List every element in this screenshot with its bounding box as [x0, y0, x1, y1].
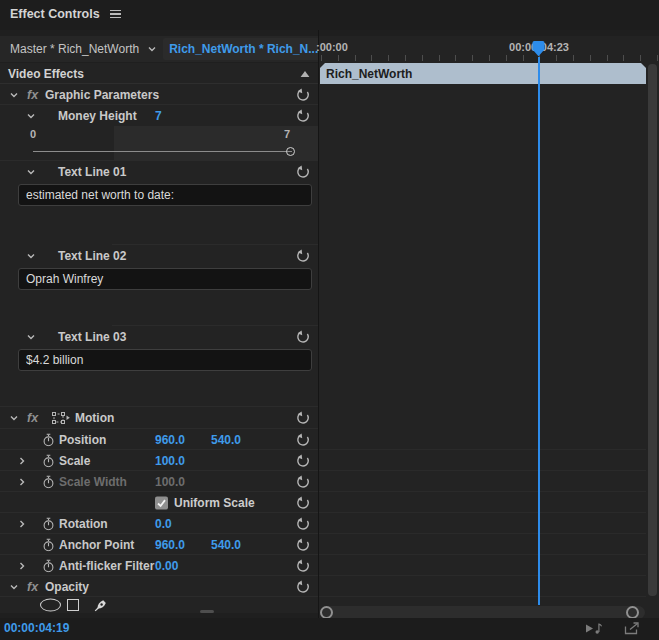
param-value[interactable]: 0.00	[155, 559, 178, 573]
param-row-scale-width: Scale Width 100.0	[0, 471, 318, 492]
param-row-anchor-point: Anchor Point 960.0 540.0	[0, 534, 318, 555]
chevron-right-icon[interactable]	[17, 456, 27, 466]
pen-mask-icon[interactable]	[93, 598, 110, 613]
reset-icon[interactable]	[296, 433, 310, 447]
playhead-line[interactable]	[538, 57, 540, 605]
param-label: Rotation	[59, 517, 108, 531]
ellipse-mask-icon[interactable]	[40, 599, 61, 612]
effect-name: Motion	[75, 411, 114, 425]
playhead-handle[interactable]	[531, 41, 546, 57]
checkbox-label: Uniform Scale	[174, 496, 255, 510]
effect-name: Graphic Parameters	[45, 88, 159, 102]
master-clip-label[interactable]: Master * Rich_NetWorth	[10, 42, 139, 56]
chevron-right-icon	[17, 477, 27, 487]
chevron-down-icon[interactable]	[147, 44, 157, 54]
chevron-down-icon[interactable]	[26, 251, 36, 261]
text-line-03-input[interactable]	[18, 349, 312, 371]
param-value-x[interactable]: 960.0	[155, 433, 185, 447]
slider-handle[interactable]	[286, 147, 295, 156]
active-clip-tab[interactable]: Rich_NetWorth * Rich_N...	[163, 38, 324, 60]
slider-max-label: 7	[284, 128, 290, 140]
param-value-x[interactable]: 960.0	[155, 538, 185, 552]
param-row-uniform-scale: Uniform Scale	[0, 492, 318, 513]
vertical-scrollbar[interactable]	[648, 64, 657, 596]
param-value-y[interactable]: 540.0	[211, 433, 241, 447]
reset-icon[interactable]	[296, 165, 310, 179]
param-row-anti-flicker: Anti-flicker Filter 0.00	[0, 555, 318, 576]
reset-icon[interactable]	[296, 109, 310, 123]
panel-title: Effect Controls	[10, 7, 100, 21]
collapse-triangle-icon[interactable]	[300, 67, 310, 81]
fx-badge-icon[interactable]: fx	[27, 411, 38, 425]
current-timecode[interactable]: 00:00:04:19	[4, 621, 69, 635]
chevron-right-icon[interactable]	[17, 561, 27, 571]
time-ruler[interactable]: :00:00 00:00:04:23	[319, 36, 659, 62]
spacer	[0, 291, 318, 326]
play-audio-icon[interactable]	[584, 622, 604, 635]
param-row-text-line-02: Text Line 02	[0, 245, 318, 266]
effect-row-graphic-parameters: fx Graphic Parameters	[0, 84, 318, 105]
reset-icon[interactable]	[296, 496, 310, 510]
param-label: Position	[59, 433, 106, 447]
param-label: Money Height	[58, 109, 137, 123]
panel-menu-icon[interactable]	[110, 8, 121, 21]
slider-track[interactable]	[33, 151, 292, 152]
param-value[interactable]: 0.0	[155, 517, 172, 531]
text-line-01-input[interactable]	[18, 184, 312, 206]
clip-bar[interactable]: Rich_NetWorth	[320, 63, 646, 84]
param-value-y[interactable]: 540.0	[211, 538, 241, 552]
reset-icon[interactable]	[296, 454, 310, 468]
effect-controls-list: Video Effects fx Graphic Parameters Mone…	[0, 63, 318, 613]
effect-controls-tab[interactable]: Effect Controls	[10, 7, 121, 21]
effect-controls-timeline: :00:00 00:00:04:23 Rich_NetWorth	[319, 36, 659, 618]
ruler-ticks	[321, 55, 659, 61]
uniform-scale-checkbox[interactable]	[155, 496, 168, 509]
param-label: Text Line 02	[58, 249, 126, 263]
stopwatch-icon[interactable]	[42, 517, 55, 530]
stopwatch-icon	[42, 475, 55, 488]
chevron-down-icon[interactable]	[9, 413, 19, 423]
param-value[interactable]: 7	[155, 109, 162, 123]
rectangle-mask-icon[interactable]	[67, 599, 79, 611]
left-panel-scrollbar[interactable]	[200, 610, 214, 613]
reset-icon[interactable]	[296, 249, 310, 263]
ruler-start-label: :00:00	[316, 41, 348, 53]
slider-min-label: 0	[30, 128, 36, 140]
reset-icon[interactable]	[296, 88, 310, 102]
stopwatch-icon[interactable]	[42, 559, 55, 572]
stopwatch-icon[interactable]	[42, 454, 55, 467]
effect-name: Opacity	[45, 580, 89, 594]
param-value[interactable]: 100.0	[155, 454, 185, 468]
chevron-down-icon[interactable]	[9, 90, 19, 100]
param-row-position: Position 960.0 540.0	[0, 429, 318, 450]
param-row-scale: Scale 100.0	[0, 450, 318, 471]
export-frame-icon[interactable]	[624, 622, 640, 635]
fx-badge-icon[interactable]: fx	[27, 580, 38, 594]
param-label: Text Line 01	[58, 165, 126, 179]
chevron-down-icon[interactable]	[26, 111, 36, 121]
stopwatch-icon[interactable]	[42, 538, 55, 551]
reset-icon[interactable]	[296, 580, 310, 594]
text-input-wrap	[0, 266, 318, 291]
reset-icon[interactable]	[296, 411, 310, 425]
param-label: Anchor Point	[59, 538, 134, 552]
param-row-text-line-03: Text Line 03	[0, 326, 318, 347]
text-line-02-input[interactable]	[18, 268, 312, 290]
chevron-down-icon[interactable]	[26, 332, 36, 342]
chevron-down-icon[interactable]	[26, 167, 36, 177]
clip-selector-strip: Master * Rich_NetWorth Rich_NetWorth * R…	[0, 36, 318, 62]
reset-icon[interactable]	[296, 517, 310, 531]
text-input-wrap	[0, 347, 318, 372]
timeline-row-lines	[319, 429, 646, 605]
reset-icon[interactable]	[296, 538, 310, 552]
fx-badge-icon[interactable]: fx	[27, 88, 38, 102]
chevron-right-icon[interactable]	[17, 519, 27, 529]
reset-icon[interactable]	[296, 475, 310, 489]
panel-tab-bar: Effect Controls	[0, 0, 659, 30]
reset-icon[interactable]	[296, 559, 310, 573]
reset-icon[interactable]	[296, 330, 310, 344]
stopwatch-icon[interactable]	[42, 433, 55, 446]
transform-icon	[52, 412, 70, 424]
money-height-slider: 0 7	[0, 126, 318, 161]
chevron-down-icon[interactable]	[9, 582, 19, 592]
